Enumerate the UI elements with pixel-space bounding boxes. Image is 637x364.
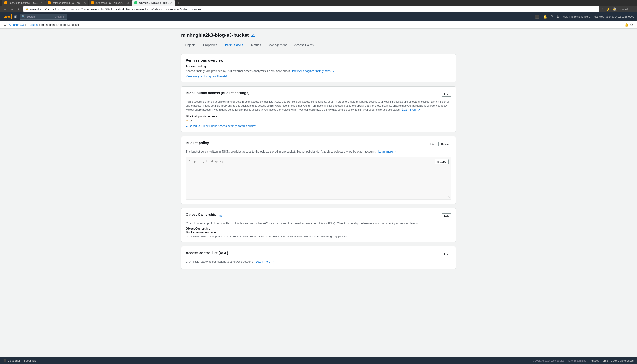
block-access-desc: Public access is granted to buckets and …: [186, 100, 451, 112]
permissions-overview-card: Permissions overview Access finding Acce…: [181, 54, 456, 82]
view-analyzer-link[interactable]: View analyzer for ap-southeast-1: [186, 74, 228, 78]
access-finding-label: Access finding: [186, 64, 451, 68]
tab-properties[interactable]: Properties: [199, 41, 221, 49]
block-access-learn-more-link[interactable]: Learn more ↗: [402, 108, 420, 111]
breadcrumb-help-icon[interactable]: ?: [621, 23, 623, 27]
browser-controls: ← → ↻ 🔒 ap-southeast-1.console.aws.amazo…: [0, 6, 637, 12]
block-access-status: ⚠ Off: [186, 119, 451, 122]
block-all-label: Block all public access: [186, 115, 451, 118]
back-button[interactable]: ←: [2, 6, 8, 12]
tab-close-2[interactable]: ✕: [84, 2, 86, 4]
object-ownership-info-link[interactable]: Info: [218, 214, 222, 217]
browser-chrome: Connect to instance | EC2 | ... ✕ Instan…: [0, 0, 637, 12]
cloudshell-nav-icon[interactable]: ⬛: [534, 14, 540, 19]
forward-button[interactable]: →: [9, 6, 15, 12]
bucket-policy-header: Bucket policy Edit Delete: [186, 141, 451, 147]
browser-minimize-icon[interactable]: ⌄: [631, 1, 635, 6]
tab-close-4[interactable]: ✕: [170, 2, 172, 4]
acl-learn-more-link[interactable]: Learn more ↗: [256, 260, 274, 264]
warning-triangle-icon: ⚠: [186, 119, 188, 122]
notifications-icon[interactable]: 🔔: [542, 14, 548, 19]
acl-edit-button[interactable]: Edit: [442, 252, 451, 256]
page-info-link[interactable]: Info: [250, 34, 255, 37]
object-ownership-card: Object Ownership Info Edit Control owner…: [181, 208, 456, 242]
page-tabs: Objects Properties Permissions Metrics M…: [181, 41, 456, 49]
tab-access-points[interactable]: Access Points: [290, 41, 318, 49]
ownership-note: ACLs are disabled. All objects in this b…: [186, 235, 451, 238]
ownership-label: Object Ownership: [186, 227, 451, 230]
aws-logo: aws: [3, 14, 12, 19]
page-title: minhnghia2k3-blog-s3-bucket: [181, 32, 249, 38]
bucket-policy-delete-button[interactable]: Delete: [438, 142, 451, 146]
tab-close-3[interactable]: ✕: [127, 2, 129, 4]
object-ownership-header: Object Ownership Info Edit: [186, 212, 451, 219]
new-tab-button[interactable]: +: [176, 0, 181, 5]
aws-region-selector[interactable]: Asia Pacific (Singapore): [563, 15, 591, 18]
block-learn-more-external-icon: ↗: [418, 108, 420, 111]
analyzer-findings-link[interactable]: How IAM analyzer findings work ↗: [290, 69, 334, 73]
tab-favicon-1: [4, 2, 7, 4]
acl-title: Access control list (ACL): [186, 251, 228, 255]
external-link-icon: ↗: [332, 70, 334, 72]
main-content: minhnghia2k3-blog-s3-bucket Info Objects…: [176, 28, 462, 283]
breadcrumb-sep-1: ›: [25, 23, 26, 26]
bookmark-icon[interactable]: ☆: [600, 7, 604, 12]
browser-tab-3[interactable]: Instances | EC2 | ap-southe... ✕: [89, 0, 132, 6]
bucket-policy-edit-button[interactable]: Edit: [427, 142, 437, 146]
nav-toggle-icon[interactable]: ≡: [4, 23, 6, 27]
address-bar[interactable]: 🔒 ap-southeast-1.console.aws.amazon.com/…: [23, 6, 599, 12]
browser-tab-bar: Connect to instance | EC2 | ... ✕ Instan…: [0, 0, 637, 6]
policy-empty-text: No policy to display.: [189, 160, 225, 163]
breadcrumb-actions: ? 🔔 ⚙: [621, 23, 633, 27]
aws-search[interactable]: 🔍 Search [Option+S]: [20, 14, 67, 20]
aws-grid-icon[interactable]: ⊞: [14, 14, 17, 19]
extensions-icon[interactable]: ⚡: [606, 7, 611, 12]
resize-handle-icon[interactable]: ⤡: [448, 196, 450, 198]
tab-management[interactable]: Management: [265, 41, 290, 49]
breadcrumb-notification-icon[interactable]: 🔔: [624, 23, 629, 27]
block-public-access-card: Block public access (bucket settings) Ed…: [181, 86, 456, 132]
search-shortcut: [Option+S]: [54, 16, 65, 18]
tab-permissions[interactable]: Permissions: [221, 41, 247, 49]
browser-tab-4[interactable]: minhnghia2k3-blog-s3-buc... ✕: [132, 0, 175, 6]
policy-editor[interactable]: No policy to display. ⧉ Copy ⤡: [186, 156, 451, 200]
address-text: ap-southeast-1.console.aws.amazon.com/s3…: [30, 8, 201, 10]
tab-metrics[interactable]: Metrics: [247, 41, 265, 49]
aws-top-nav: aws ⊞ 🔍 Search [Option+S] ⬛ 🔔 ? ⚙ Asia P…: [0, 12, 637, 21]
access-finding-desc: Access findings are provided by IAM exte…: [186, 69, 451, 73]
bucket-policy-desc: The bucket policy, written in JSON, prov…: [186, 150, 451, 154]
breadcrumb-settings-icon[interactable]: ⚙: [630, 23, 633, 27]
breadcrumb-bar: ≡ Amazon S3 › Buckets › minhnghia2k3-blo…: [0, 21, 637, 28]
browser-menu-icon[interactable]: ⋮: [631, 7, 635, 12]
policy-copy-button[interactable]: ⧉ Copy: [434, 159, 449, 164]
block-access-header: Block public access (bucket settings) Ed…: [186, 91, 451, 97]
breadcrumb-s3[interactable]: Amazon S3: [9, 23, 24, 26]
tab-favicon-2: [48, 2, 50, 4]
object-ownership-desc: Control ownership of objects written to …: [186, 221, 451, 226]
settings-icon[interactable]: ⚙: [556, 14, 561, 19]
tab-close-1[interactable]: ✕: [40, 2, 42, 4]
incognito-icon: 🕵: [612, 7, 617, 12]
acl-desc: Grant basic read/write permissions to ot…: [186, 260, 451, 264]
object-ownership-edit-button[interactable]: Edit: [442, 213, 451, 218]
acl-card: Access control list (ACL) Edit Grant bas…: [181, 246, 456, 269]
aws-user-menu[interactable]: restricted_user @ 2422-0128-0000: [593, 15, 634, 18]
help-icon[interactable]: ?: [550, 14, 554, 19]
page-header: minhnghia2k3-blog-s3-bucket Info: [181, 32, 456, 38]
object-ownership-title: Object Ownership: [186, 212, 216, 216]
bucket-policy-learn-more-link[interactable]: Learn more ↗: [378, 150, 396, 153]
bucket-policy-actions: Edit Delete: [427, 142, 451, 146]
block-access-edit-button[interactable]: Edit: [442, 92, 451, 96]
bucket-policy-card: Bucket policy Edit Delete The bucket pol…: [181, 136, 456, 204]
browser-tab-1[interactable]: Connect to instance | EC2 | ... ✕: [2, 0, 45, 6]
search-placeholder: Search: [26, 15, 35, 18]
browser-tab-2[interactable]: Instance details | EC2 | ap-s... ✕: [45, 0, 88, 6]
breadcrumb-buckets[interactable]: Buckets: [28, 23, 38, 26]
tab-favicon-3: [91, 2, 94, 4]
expand-block-access-link[interactable]: ▶ Individual Block Public Access setting…: [186, 124, 451, 128]
tab-objects[interactable]: Objects: [181, 41, 199, 49]
incognito-label: Incognito: [619, 8, 629, 10]
breadcrumb-sep-2: ›: [39, 23, 40, 26]
reload-button[interactable]: ↻: [16, 6, 22, 12]
lock-icon: 🔒: [26, 8, 28, 10]
